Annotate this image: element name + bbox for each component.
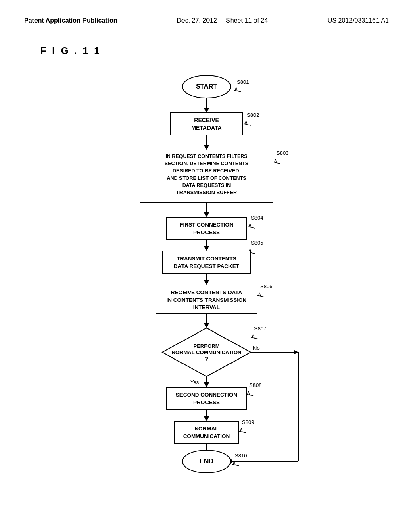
svg-text:INTERVAL: INTERVAL xyxy=(193,304,220,310)
sheet-number: Sheet 11 of 24 xyxy=(226,17,268,24)
header-center: Dec. 27, 2012 Sheet 11 of 24 xyxy=(177,16,268,25)
svg-text:RECEIVE CONTENTS DATA: RECEIVE CONTENTS DATA xyxy=(171,289,242,295)
figure-title: F I G . 1 1 xyxy=(40,45,413,56)
header-right: US 2012/0331161 A1 xyxy=(327,16,389,25)
svg-marker-75 xyxy=(204,416,209,421)
svg-marker-66 xyxy=(204,382,209,387)
svg-text:AND STORE LIST OF CONTENTS: AND STORE LIST OF CONTENTS xyxy=(167,175,246,181)
svg-rect-38 xyxy=(162,251,251,273)
svg-text:RECEIVE: RECEIVE xyxy=(194,117,219,123)
svg-text:END: END xyxy=(200,458,213,465)
svg-text:METADATA: METADATA xyxy=(191,125,221,131)
header-left: Patent Application Publication xyxy=(24,16,117,25)
svg-text:?: ? xyxy=(205,356,208,362)
svg-text:FIRST CONNECTION: FIRST CONNECTION xyxy=(179,222,234,228)
svg-rect-76 xyxy=(174,421,239,443)
svg-marker-42 xyxy=(204,280,209,285)
svg-rect-71 xyxy=(166,387,247,409)
svg-text:IN CONTENTS TRANSMISSION: IN CONTENTS TRANSMISSION xyxy=(167,297,247,303)
publication-date: Dec. 27, 2012 xyxy=(177,17,217,24)
svg-text:START: START xyxy=(196,83,217,90)
svg-text:DATA REQUEST PACKET: DATA REQUEST PACKET xyxy=(174,263,240,269)
svg-marker-26 xyxy=(204,212,209,217)
svg-marker-60 xyxy=(294,350,298,355)
svg-text:DESIRED TO BE RECEIVED,: DESIRED TO BE RECEIVED, xyxy=(173,168,240,174)
svg-text:S803: S803 xyxy=(276,150,288,156)
publication-title: Patent Application Publication xyxy=(24,17,117,24)
svg-text:SECOND CONNECTION: SECOND CONNECTION xyxy=(176,392,237,398)
svg-marker-14 xyxy=(204,145,209,150)
svg-text:S807: S807 xyxy=(254,326,266,332)
header: Patent Application Publication Dec. 27, … xyxy=(0,0,413,33)
page: Patent Application Publication Dec. 27, … xyxy=(0,0,413,532)
svg-marker-37 xyxy=(204,246,209,251)
svg-text:S809: S809 xyxy=(242,419,254,425)
svg-text:S802: S802 xyxy=(247,112,259,118)
svg-text:DATA REQUESTS IN: DATA REQUESTS IN xyxy=(182,183,231,188)
svg-rect-27 xyxy=(166,217,247,239)
svg-text:PROCESS: PROCESS xyxy=(193,399,220,405)
svg-marker-6 xyxy=(204,108,209,113)
svg-marker-51 xyxy=(204,323,209,328)
svg-text:S804: S804 xyxy=(251,215,263,221)
svg-text:NORMAL COMMUNICATION: NORMAL COMMUNICATION xyxy=(172,349,242,355)
svg-text:TRANSMIT CONTENTS: TRANSMIT CONTENTS xyxy=(177,256,236,262)
svg-text:S801: S801 xyxy=(237,79,249,85)
svg-text:TRANSMISSION BUFFER: TRANSMISSION BUFFER xyxy=(176,190,237,195)
svg-text:S806: S806 xyxy=(260,283,272,289)
svg-text:S808: S808 xyxy=(249,382,261,388)
svg-text:SECTION, DETERMINE CONTENTS: SECTION, DETERMINE CONTENTS xyxy=(165,161,248,166)
svg-text:NORMAL: NORMAL xyxy=(194,426,218,432)
svg-text:PROCESS: PROCESS xyxy=(193,229,220,235)
svg-rect-7 xyxy=(170,113,243,135)
svg-text:Yes: Yes xyxy=(190,379,199,385)
svg-text:IN REQUEST CONTENTS FILTERS: IN REQUEST CONTENTS FILTERS xyxy=(165,154,247,159)
svg-text:PERFORM: PERFORM xyxy=(194,343,220,349)
flowchart-svg: START S801 ∧ RECEIVE METADATA S802 ∧ IN … xyxy=(65,64,348,488)
svg-text:No: No xyxy=(253,345,260,351)
svg-text:S805: S805 xyxy=(251,240,263,246)
svg-text:COMMUNICATION: COMMUNICATION xyxy=(183,433,230,439)
patent-number: US 2012/0331161 A1 xyxy=(327,17,389,24)
svg-text:S810: S810 xyxy=(235,453,247,459)
